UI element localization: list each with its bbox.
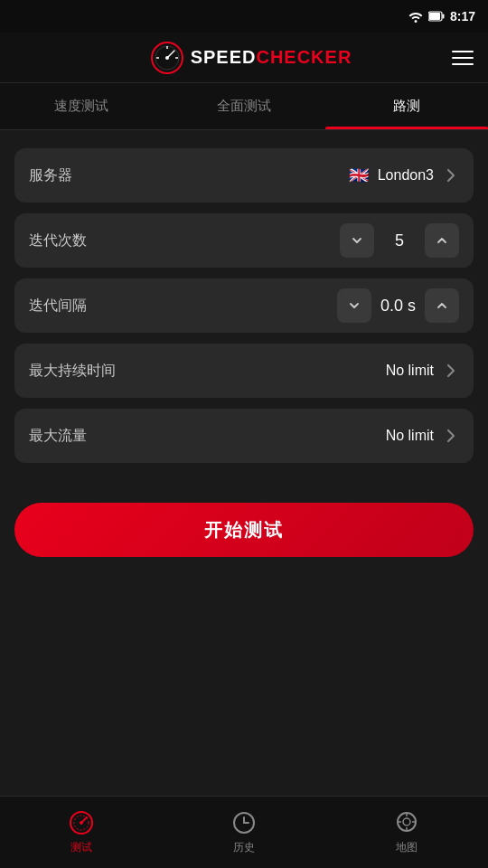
svg-point-9 — [165, 56, 169, 60]
max-traffic-chevron-icon — [443, 428, 459, 444]
max-traffic-card[interactable]: 最大流量 No limit — [14, 409, 474, 463]
max-duration-card[interactable]: 最大持续时间 No limit — [14, 344, 474, 398]
nav-label-test: 测试 — [70, 840, 92, 855]
logo-speed-text: SPEED — [191, 47, 257, 68]
max-traffic-value: No limit — [386, 428, 434, 444]
settings-content: 服务器 🇬🇧 London3 迭代次数 5 — [0, 130, 488, 481]
logo-speedometer-icon — [151, 42, 183, 74]
iterations-decrement-button[interactable] — [340, 223, 374, 258]
interval-decrement-button[interactable] — [337, 288, 371, 323]
logo-text: SPEED CHECKER — [191, 47, 352, 68]
wifi-icon — [408, 10, 423, 23]
speedometer-icon — [69, 810, 94, 835]
svg-rect-2 — [429, 13, 440, 20]
max-duration-label: 最大持续时间 — [29, 362, 116, 381]
bottom-nav: 测试 历史 地图 — [0, 796, 488, 868]
menu-button[interactable] — [452, 51, 474, 65]
iterations-card: 迭代次数 5 — [14, 213, 474, 268]
tab-full-test[interactable]: 全面测试 — [163, 83, 325, 129]
nav-item-test[interactable]: 测试 — [0, 810, 163, 855]
nav-item-history[interactable]: 历史 — [163, 810, 325, 855]
nav-item-map[interactable]: 地图 — [325, 810, 488, 855]
chevron-down-icon — [352, 235, 362, 246]
interval-stepper: 0.0 s — [337, 288, 459, 323]
status-time: 8:17 — [450, 9, 475, 24]
max-duration-value-container: No limit — [386, 363, 459, 379]
status-bar: 8:17 — [0, 0, 488, 33]
server-card[interactable]: 服务器 🇬🇧 London3 — [14, 148, 474, 203]
max-traffic-value-container: No limit — [386, 428, 459, 444]
interval-label: 迭代间隔 — [29, 297, 87, 316]
max-duration-value: No limit — [386, 363, 434, 379]
server-flag: 🇬🇧 — [349, 165, 369, 185]
interval-card: 迭代间隔 0.0 s — [14, 278, 474, 333]
tab-route-test[interactable]: 路测 — [325, 83, 488, 129]
header: SPEED CHECKER — [0, 33, 488, 83]
iterations-stepper: 5 — [340, 223, 459, 258]
clock-icon — [231, 810, 257, 835]
logo-checker-text: CHECKER — [256, 47, 352, 68]
interval-increment-button[interactable] — [425, 288, 459, 323]
chevron-up-icon — [436, 235, 447, 246]
server-chevron-icon — [443, 167, 459, 184]
svg-rect-1 — [442, 14, 444, 19]
server-label: 服务器 — [29, 166, 72, 185]
battery-icon — [428, 11, 445, 22]
tab-speed-test[interactable]: 速度测试 — [0, 83, 163, 129]
chevron-down-icon — [349, 300, 360, 311]
status-icons: 8:17 — [408, 9, 475, 24]
start-button-container: 开始测试 — [0, 481, 488, 557]
logo-container: SPEED CHECKER — [151, 42, 352, 74]
map-icon — [394, 810, 419, 835]
tab-bar: 速度测试 全面测试 路测 — [0, 83, 488, 130]
nav-label-history: 历史 — [233, 840, 255, 855]
start-test-button[interactable]: 开始测试 — [14, 503, 474, 557]
svg-point-13 — [80, 821, 83, 824]
chevron-up-icon — [436, 300, 447, 311]
iterations-increment-button[interactable] — [425, 223, 459, 258]
server-value: London3 — [378, 167, 434, 184]
interval-value: 0.0 s — [380, 297, 416, 316]
nav-label-map: 地图 — [396, 840, 418, 855]
iterations-label: 迭代次数 — [29, 231, 87, 250]
iterations-value: 5 — [383, 231, 416, 250]
max-duration-chevron-icon — [443, 363, 459, 379]
svg-point-18 — [403, 818, 410, 826]
server-value-container: 🇬🇧 London3 — [349, 165, 459, 185]
max-traffic-label: 最大流量 — [29, 427, 87, 446]
